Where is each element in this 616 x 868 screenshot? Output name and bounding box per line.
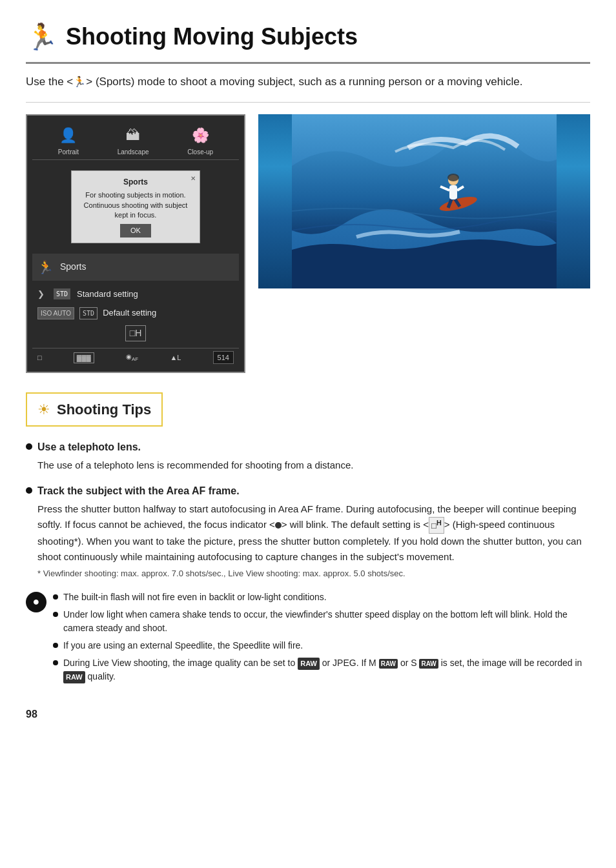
tip-heading-row-2: Track the subject with the Area AF frame… [26,483,590,499]
svg-point-8 [447,174,459,181]
tip-item-af: Track the subject with the Area AF frame… [26,483,590,580]
tip-body-2: Press the shutter button halfway to star… [37,501,590,565]
standard-setting-row: ❯ STD Standard setting [32,285,239,304]
standard-setting-label: Standard setting [77,288,138,301]
raw-badge-s: RAW [419,659,438,669]
default-setting-row: ISO AUTO STD Default setting [32,303,239,323]
raw-badge-m: RAW [379,659,398,669]
surf-photo-svg [292,114,557,288]
warning-list: The built-in flash will not fire even in… [53,590,590,687]
popup-description: For shooting subjects in motion. Continu… [78,190,193,220]
warning-text-4: During Live View shooting, the image qua… [63,656,590,683]
tip-body-1: The use of a telephoto lens is recommend… [37,458,590,473]
closeup-label: Close-up [187,147,213,157]
iso-auto-badge: ISO AUTO [37,307,74,319]
sports-popup: ✕ Sports For shooting subjects in motion… [71,170,200,243]
warning-text-1: The built-in flash will not fire even in… [63,590,327,604]
default-setting-label: Default setting [103,307,156,319]
sports-mode-icon: 🏃 [26,24,58,50]
raw-badge-1: RAW [298,658,320,670]
tips-title: Shooting Tips [57,399,151,420]
landscape-mode-icon: 🏔 Landscape [118,125,149,157]
warning-item-1: The built-in flash will not fire even in… [53,590,590,604]
sports-row-label: Sports [60,260,86,274]
svg-rect-2 [449,185,457,199]
tip-heading-1: Use a telephoto lens. [37,439,141,455]
cam-review-icon: □ [37,352,42,363]
camera-bottom-bar: □ ▓▓▓ ◉AF ▲L 514 [32,348,239,367]
page-title-section: 🏃 Shooting Moving Subjects [26,19,590,54]
intro-text: Use the <🏃> (Sports) mode to shoot a mov… [26,73,590,90]
warning-text-3: If you are using an external Speedlite, … [63,639,303,652]
popup-ok-button[interactable]: OK [120,224,151,237]
cam-shot-count: 514 [213,351,234,365]
tips-icon: ☀ [37,399,50,420]
bullet-2 [26,487,32,494]
warning-item-4: During Live View shooting, the image qua… [53,656,590,683]
closeup-mode-icon: 🌸 Close-up [187,125,213,157]
bullet-1 [26,443,32,450]
title-underline [26,62,590,64]
warning-bullet-1 [53,594,58,600]
warning-section: ● The built-in flash will not fire even … [26,590,590,687]
main-content-area: 👤 Portrait 🏔 Landscape 🌸 Close-up ✕ Spor… [26,114,590,373]
std-icon: STD [54,288,70,299]
surf-photo [258,114,590,288]
cam-battery-icon: ▓▓▓ [74,352,94,363]
camera-mode-bar: 👤 Portrait 🏔 Landscape 🌸 Close-up [32,121,239,160]
continuous-h-icon: □H [125,325,147,341]
cam-af-icon: ◉AF [126,352,138,363]
landscape-label: Landscape [118,147,149,157]
divider [26,102,590,103]
raw-badge-2: RAW [63,671,85,683]
shooting-tips-header: ☀ Shooting Tips [26,392,163,427]
warning-item-3: If you are using an external Speedlite, … [53,639,590,652]
tip-footnote-2: * Viewfinder shooting: max. approx. 7.0 … [37,567,590,580]
warning-icon: ● [26,592,46,612]
sports-mode-row: 🏃 Sports [32,254,239,281]
page-number: 98 [26,707,590,722]
warning-bullet-2 [53,612,58,617]
tip-item-telephoto: Use a telephoto lens. The use of a telep… [26,439,590,473]
camera-lcd-screen: 👤 Portrait 🏔 Landscape 🌸 Close-up ✕ Spor… [26,114,245,373]
warning-bullet-3 [53,643,58,648]
warning-bullet-4 [53,660,58,665]
cam-quality-label: ▲L [170,352,181,363]
popup-close-icon: ✕ [190,174,196,183]
tip-heading-2: Track the subject with the Area AF frame… [37,483,240,499]
continuous-h-inline-icon: □H [429,517,444,534]
std-box-icon: STD [79,307,98,319]
portrait-label: Portrait [58,147,79,157]
focus-dot-icon [275,522,282,529]
page-title: Shooting Moving Subjects [66,19,358,54]
popup-title: Sports [78,176,193,188]
portrait-mode-icon: 👤 Portrait [58,125,79,157]
warning-item-2: Under low light when camera shake tends … [53,608,590,635]
sports-row-icon: 🏃 [37,257,54,277]
tip-heading-row-1: Use a telephoto lens. [26,439,590,455]
warning-text-2: Under low light when camera shake tends … [63,608,590,635]
